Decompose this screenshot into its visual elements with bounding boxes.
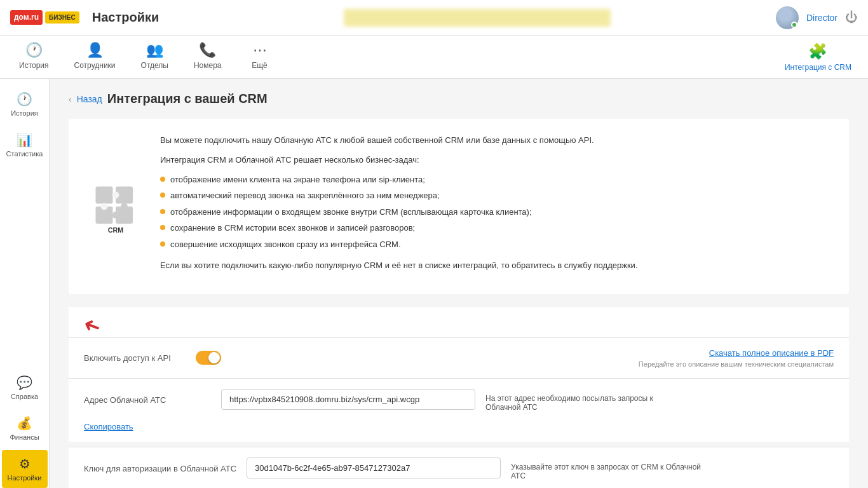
key-input[interactable]: [247, 458, 501, 478]
api-row: Включить доступ к API Скачать полное опи…: [69, 337, 849, 378]
key-row: Ключ для авторизации в Облачной АТС Указ…: [84, 458, 834, 480]
address-hint: На этот адрес необходимо посылать запрос…: [485, 389, 676, 412]
pdf-note: Передайте это описание вашим техническим…: [639, 360, 834, 368]
red-arrow-icon: ➜: [80, 311, 104, 339]
history-icon: 🕐: [25, 42, 43, 58]
bullet-dot: [160, 241, 165, 247]
crm-body: CRM Вы можете подключить нашу Облачную А…: [69, 119, 849, 294]
list-item: отображение информации о входящем звонке…: [160, 206, 834, 219]
employees-icon: 👤: [86, 42, 104, 58]
power-icon[interactable]: ⏻: [845, 10, 858, 25]
help-sidebar-icon: 💬: [17, 375, 32, 390]
top-header: дом.ru БИЗНЕС Настройки Director ⏻: [0, 0, 868, 36]
breadcrumb-arrow: ‹: [69, 94, 72, 104]
more-icon: ⋯: [253, 42, 267, 58]
tab-departments[interactable]: 👥 Отделы: [128, 36, 181, 79]
director-link[interactable]: Director: [806, 13, 837, 23]
tab-departments-label: Отделы: [141, 61, 168, 70]
list-item: сохранение в CRM истории всех звонков и …: [160, 222, 834, 234]
tab-numbers-label: Номера: [194, 61, 222, 70]
sidebar-item-help-label: Справка: [11, 393, 38, 400]
svg-point-6: [121, 203, 128, 210]
crm-description: Вы можете подключить нашу Облачную АТС к…: [160, 134, 834, 279]
tab-history[interactable]: 🕐 История: [6, 36, 62, 79]
sidebar-item-finance-label: Финансы: [10, 433, 39, 441]
key-hint: Указывайте этот ключ в запросах от CRM к…: [511, 458, 702, 480]
header-center: [178, 9, 776, 27]
nav-tabs: 🕐 История 👤 Сотрудники 👥 Отделы 📞 Номера…: [0, 36, 868, 79]
breadcrumb-back[interactable]: Назад: [77, 94, 102, 104]
main-layout: 🕐 История 📊 Статистика 💬 Справка 💰 Финан…: [0, 79, 868, 488]
list-item: автоматический перевод звонка на закрепл…: [160, 189, 834, 202]
logo-dom: дом.ru: [10, 10, 43, 24]
crm-logo: CRM: [84, 134, 147, 279]
sidebar-item-history-label: История: [11, 109, 38, 117]
arrow-row: ➜: [69, 307, 849, 337]
sidebar-item-settings-label: Настройки: [8, 474, 42, 482]
tab-more-label: Ещё: [252, 61, 268, 70]
finance-sidebar-icon: 💰: [17, 416, 32, 431]
crm-desc3: Если вы хотите подключить какую-либо поп…: [160, 259, 834, 273]
tab-numbers[interactable]: 📞 Номера: [181, 36, 234, 79]
svg-point-4: [112, 192, 119, 199]
page-title: Настройки: [92, 10, 159, 25]
api-label: Включить доступ к API: [84, 353, 186, 363]
sidebar-item-finance[interactable]: 💰 Финансы: [2, 409, 48, 447]
list-item: отображение имени клиента на экране теле…: [160, 173, 834, 186]
user-avatar-wrapper: [776, 6, 799, 29]
blurred-bar: [344, 9, 611, 27]
sidebar-item-settings[interactable]: ⚙ Настройки: [2, 450, 48, 488]
main-content: ‹ Назад Интеграция с вашей CRM: [50, 79, 868, 488]
sidebar-item-help[interactable]: 💬 Справка: [2, 369, 48, 407]
crm-desc2: Интеграция CRM и Облачной АТС решает нес…: [160, 154, 834, 167]
sidebar: 🕐 История 📊 Статистика 💬 Справка 💰 Финан…: [0, 79, 50, 488]
settings-sidebar-icon: ⚙: [19, 456, 31, 471]
history-sidebar-icon: 🕐: [17, 92, 32, 107]
logo-biznes: БИЗНЕС: [45, 11, 79, 24]
pdf-section: Скачать полное описание в PDF Передайте …: [639, 348, 834, 368]
numbers-icon: 📞: [199, 42, 216, 58]
bullet-dot: [160, 193, 165, 198]
tab-crm-label: Интеграция с CRM: [785, 63, 851, 72]
crm-desc1: Вы можете подключить нашу Облачную АТС к…: [160, 134, 834, 147]
address-input[interactable]: [221, 389, 475, 410]
tab-employees-label: Сотрудники: [74, 61, 116, 70]
crm-puzzle-icon: CRM: [87, 178, 144, 235]
svg-rect-0: [96, 186, 113, 203]
bullet-dot: [160, 209, 165, 214]
api-toggle[interactable]: [196, 351, 221, 365]
address-label: Адрес Облачной АТС: [84, 389, 211, 405]
breadcrumb-title: Интеграция с вашей CRM: [107, 92, 268, 106]
breadcrumb-row: ‹ Назад Интеграция с вашей CRM: [69, 92, 849, 106]
sidebar-item-history[interactable]: 🕐 История: [2, 85, 48, 123]
address-copy-link[interactable]: Скопировать: [84, 422, 133, 431]
svg-text:CRM: CRM: [108, 226, 124, 233]
tab-history-label: История: [19, 61, 49, 70]
toggle-track: [196, 351, 221, 365]
svg-point-5: [101, 203, 108, 210]
toggle-thumb: [208, 352, 220, 363]
crm-icon: 🧩: [808, 43, 827, 60]
header-right: Director ⏻: [776, 6, 858, 29]
crm-bullet-list: отображение имени клиента на экране теле…: [160, 173, 834, 251]
list-item: совершение исходящих звонков сразу из ин…: [160, 238, 834, 251]
address-row: Адрес Облачной АТС На этот адрес необход…: [84, 389, 834, 412]
pdf-link[interactable]: Скачать полное описание в PDF: [709, 348, 834, 358]
sidebar-item-statistics-label: Статистика: [6, 150, 43, 158]
bullet-dot: [160, 177, 165, 182]
tab-more[interactable]: ⋯ Ещё: [234, 36, 285, 79]
svg-point-7: [112, 212, 119, 219]
logo-area: дом.ru БИЗНЕС: [10, 10, 79, 24]
tab-crm[interactable]: 🧩 Интеграция с CRM: [775, 36, 862, 79]
key-section: Ключ для авторизации в Облачной АТС Указ…: [69, 447, 849, 488]
content-inner: ‹ Назад Интеграция с вашей CRM: [50, 79, 868, 488]
address-section: Адрес Облачной АТС На этот адрес необход…: [69, 378, 849, 442]
statistics-sidebar-icon: 📊: [17, 132, 32, 147]
departments-icon: 👥: [146, 42, 163, 58]
sidebar-item-statistics[interactable]: 📊 Статистика: [2, 126, 48, 164]
tab-employees[interactable]: 👤 Сотрудники: [62, 36, 128, 79]
online-indicator: [791, 22, 797, 28]
bullet-dot: [160, 225, 165, 230]
key-label: Ключ для авторизации в Облачной АТС: [84, 458, 236, 473]
